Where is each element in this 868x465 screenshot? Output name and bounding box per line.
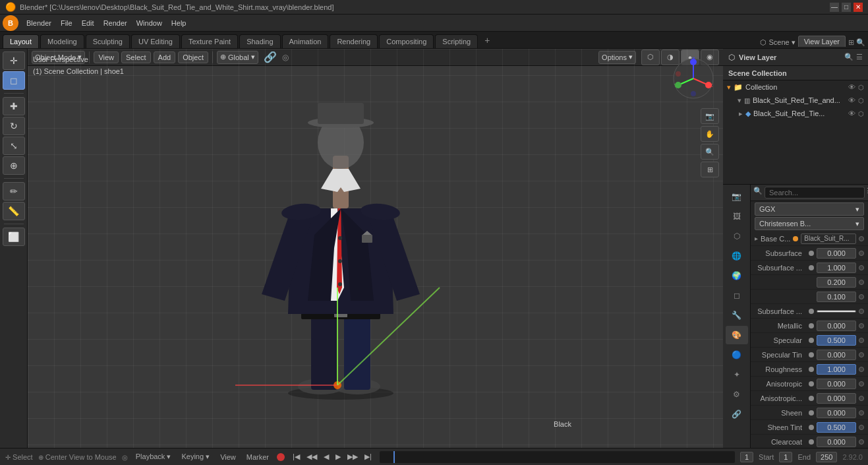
tab-uv-editing[interactable]: UV Editing bbox=[131, 34, 180, 48]
marker-menu[interactable]: Marker bbox=[244, 452, 272, 462]
prev-keyframe-button[interactable]: ◀◀ bbox=[304, 451, 320, 462]
physics-props-icon[interactable]: ⚙ bbox=[726, 385, 748, 404]
keying-menu[interactable]: Keying ▾ bbox=[179, 451, 212, 462]
view-layer-filter[interactable]: 🔍 bbox=[844, 53, 854, 61]
anisotropic-dot[interactable] bbox=[809, 381, 814, 387]
prev-frame-button[interactable]: ◀ bbox=[321, 451, 332, 462]
material-props-icon[interactable]: 🎨 bbox=[726, 326, 748, 344]
specular-tint-value[interactable]: 0.000 bbox=[817, 350, 856, 360]
cursor-tool[interactable]: ✛ bbox=[3, 51, 25, 70]
scene-selector[interactable]: ⬡ Scene ▾ bbox=[760, 38, 795, 47]
maximize-button[interactable]: □ bbox=[842, 3, 851, 12]
transform-tool[interactable]: ⊕ bbox=[3, 156, 25, 175]
outliner-collection[interactable]: ▾ 📁 Collection 👁 ⬡ bbox=[723, 80, 868, 94]
view-layer-props-icon[interactable]: ⬡ bbox=[726, 227, 748, 245]
anisotropic-value[interactable]: 0.000 bbox=[817, 379, 856, 389]
play-button[interactable]: ▶ bbox=[333, 451, 343, 462]
grid-view-button[interactable]: ⊞ bbox=[701, 162, 719, 177]
particle-props-icon[interactable]: ✦ bbox=[726, 365, 748, 384]
close-button[interactable]: ✕ bbox=[854, 3, 863, 12]
anisotropic-rot-value[interactable]: 0.000 bbox=[817, 393, 856, 404]
tab-sculpting[interactable]: Sculpting bbox=[86, 34, 130, 48]
camera-view-button[interactable]: 📷 bbox=[701, 108, 719, 124]
menu-help[interactable]: Help bbox=[167, 18, 190, 28]
suit2-eye[interactable]: 👁 bbox=[848, 109, 855, 117]
suit-cam[interactable]: ⬡ bbox=[858, 97, 864, 104]
subsurface-r3-value[interactable]: 0.100 bbox=[817, 292, 856, 302]
viewport[interactable]: Object Mode ▾ View Select Add Object ⊕ G… bbox=[28, 49, 723, 448]
scene-props-icon[interactable]: 🌐 bbox=[726, 247, 748, 265]
suit-eye[interactable]: 👁 bbox=[848, 96, 855, 104]
specular-dot[interactable] bbox=[809, 338, 814, 343]
tab-texture-paint[interactable]: Texture Paint bbox=[181, 34, 238, 48]
clearcoat-dot[interactable] bbox=[809, 439, 814, 445]
current-frame[interactable]: 1 bbox=[740, 452, 753, 462]
pan-view-button[interactable]: ✋ bbox=[701, 126, 719, 142]
navigation-gizmo[interactable]: Z X Y bbox=[670, 55, 716, 102]
collection-eye[interactable]: 👁 bbox=[848, 83, 855, 91]
material-search-input[interactable] bbox=[765, 187, 865, 199]
tab-scripting[interactable]: Scripting bbox=[435, 34, 478, 48]
menu-edit[interactable]: Edit bbox=[78, 18, 98, 28]
tab-layout[interactable]: Layout bbox=[3, 34, 39, 48]
select-tool[interactable]: ◻ bbox=[3, 71, 25, 90]
view-layer-options[interactable]: ⊞ 🔍 bbox=[848, 38, 865, 47]
object-props-icon[interactable]: ◻ bbox=[726, 286, 748, 305]
collection-cam[interactable]: ⬡ bbox=[858, 84, 864, 91]
sheen-tint-dot[interactable] bbox=[809, 425, 814, 430]
menu-window[interactable]: Window bbox=[132, 18, 166, 28]
clearcoat-value[interactable]: 0.000 bbox=[817, 437, 856, 447]
metallic-value[interactable]: 0.000 bbox=[817, 321, 856, 331]
view-menu-bottom[interactable]: View bbox=[217, 452, 239, 462]
specular-value[interactable]: 0.500 bbox=[817, 335, 856, 346]
subsurface-radius-dot[interactable] bbox=[809, 265, 814, 270]
jump-start-button[interactable]: |◀ bbox=[290, 451, 303, 462]
add-workspace-button[interactable]: + bbox=[479, 32, 495, 48]
suit2-cam[interactable]: ⬡ bbox=[858, 110, 864, 117]
scale-tool[interactable]: ⤡ bbox=[3, 137, 25, 155]
subsurface-color-value[interactable] bbox=[817, 310, 856, 313]
subsurface-color-dot[interactable] bbox=[809, 309, 814, 314]
record-button[interactable] bbox=[277, 453, 285, 461]
base-color-name[interactable]: Black_Suit_R... bbox=[801, 233, 856, 244]
modifier-props-icon[interactable]: 🔧 bbox=[726, 306, 748, 325]
add-cube-tool[interactable]: ⬜ bbox=[3, 228, 25, 246]
data-props-icon[interactable]: 🔵 bbox=[726, 346, 748, 364]
tab-animation[interactable]: Animation bbox=[282, 34, 329, 48]
rotate-tool[interactable]: ↻ bbox=[3, 117, 25, 135]
next-frame-button[interactable]: ▶▶ bbox=[345, 451, 361, 462]
render-props-icon[interactable]: 📷 bbox=[726, 187, 748, 206]
metallic-dot[interactable] bbox=[809, 323, 814, 328]
ggx-dropdown[interactable]: GGX ▾ bbox=[755, 202, 864, 216]
roughness-dot[interactable] bbox=[809, 367, 814, 372]
outliner-item-suit2[interactable]: ▸ ◆ Black_Suit_Red_Tie... 👁 ⬡ bbox=[723, 107, 868, 120]
start-frame[interactable]: 1 bbox=[779, 452, 792, 462]
view-layer-tab[interactable]: View Layer bbox=[798, 36, 846, 47]
outliner-item-suit[interactable]: ▾ ▥ Black_Suit_Red_Tie_and... 👁 ⬡ bbox=[723, 94, 868, 107]
sheen-dot[interactable] bbox=[809, 410, 814, 416]
menu-render[interactable]: Render bbox=[100, 18, 131, 28]
menu-file[interactable]: File bbox=[57, 18, 76, 28]
world-props-icon[interactable]: 🌍 bbox=[726, 266, 748, 285]
end-frame[interactable]: 250 bbox=[816, 452, 837, 462]
roughness-value[interactable]: 1.000 bbox=[817, 364, 856, 375]
minimize-button[interactable]: — bbox=[830, 3, 839, 12]
constraints-props-icon[interactable]: 🔗 bbox=[726, 405, 748, 423]
christensen-dropdown[interactable]: Christensen B... ▾ bbox=[755, 217, 864, 230]
subsurface-radius-value[interactable]: 1.000 bbox=[817, 263, 856, 273]
sheen-value[interactable]: 0.000 bbox=[817, 408, 856, 418]
output-props-icon[interactable]: 🖼 bbox=[726, 207, 748, 226]
view-layer-options-icon[interactable]: ☰ bbox=[856, 53, 863, 61]
annotate-tool[interactable]: ✏ bbox=[3, 182, 25, 201]
subsurface-dot[interactable] bbox=[809, 251, 814, 256]
anisotropic-rot-dot[interactable] bbox=[809, 396, 814, 401]
measure-tool[interactable]: 📏 bbox=[3, 202, 25, 220]
timeline-area[interactable] bbox=[380, 451, 735, 463]
menu-blender[interactable]: Blender bbox=[22, 18, 55, 28]
move-tool[interactable]: ✚ bbox=[3, 97, 25, 115]
subsurface-r2-value[interactable]: 0.200 bbox=[817, 277, 856, 288]
tab-compositing[interactable]: Compositing bbox=[379, 34, 434, 48]
sheen-tint-value[interactable]: 0.500 bbox=[817, 422, 856, 433]
specular-tint-dot[interactable] bbox=[809, 352, 814, 357]
jump-end-button[interactable]: ▶| bbox=[362, 451, 374, 462]
